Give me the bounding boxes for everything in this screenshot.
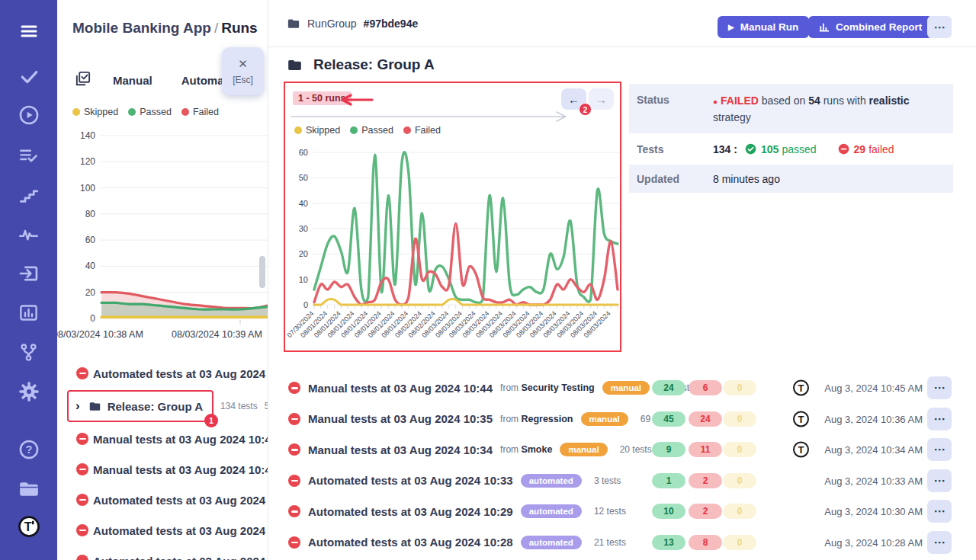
updated-row: Updated 8 minutes ago (629, 165, 953, 193)
header-more-button[interactable]: ⋯ (927, 16, 952, 38)
run-timestamp: Aug 3, 2024 10:45 AM (824, 382, 923, 394)
folder-icon[interactable] (18, 478, 40, 501)
gear-icon[interactable] (18, 380, 40, 403)
run-title[interactable]: Manual tests at 03 Aug 2024 10:35 (308, 412, 493, 425)
svg-text:60: 60 (85, 235, 96, 245)
run-title[interactable]: Automated tests at 03 Aug 2024 10 (93, 555, 268, 560)
app-window: ? T Mobile Banking App/Runs Manual Autom… (0, 0, 976, 560)
left-run-item[interactable]: Automated tests at 03 Aug 2024 10 (57, 485, 268, 515)
status-value: ●FAILED based on 54 runs with realistic … (713, 84, 946, 133)
svg-text:50: 50 (299, 173, 308, 182)
left-run-item[interactable]: Manual tests at 03 Aug 2024 10:42 (57, 454, 268, 485)
row-more-button[interactable]: ⋯ (927, 408, 952, 430)
row-more-button[interactable]: ⋯ (927, 376, 952, 399)
svg-text:08/03/2024 10:38 AM: 08/03/2024 10:38 AM (57, 329, 143, 340)
run-title[interactable]: Automated tests at 03 Aug 2024 10:29 (308, 505, 513, 518)
tests-failed-label: failed (868, 143, 894, 155)
run-from: from Smoke (500, 444, 552, 455)
run-title[interactable]: Automated tests at 03 Aug 2024 10 (93, 524, 268, 537)
steps-icon[interactable] (18, 184, 40, 206)
tests-value: 134 : 105 passed 29 failed (713, 143, 946, 155)
testomat-logo-icon: T (793, 442, 809, 458)
run-timestamp: Aug 3, 2024 10:33 AM (824, 475, 923, 486)
run-group-title[interactable]: Release: Group A (108, 400, 203, 413)
run-title[interactable]: Automated tests at 03 Aug 2024 10 (93, 494, 268, 507)
next-page-button[interactable]: → (589, 88, 614, 110)
failed-dot-icon: ● (713, 98, 718, 106)
run-filter-icon[interactable] (74, 70, 92, 91)
project-name[interactable]: Mobile Banking App (72, 20, 211, 36)
left-run-item[interactable]: Manual tests at 03 Aug 2024 10:43 (57, 424, 268, 454)
play-circle-icon[interactable] (18, 104, 40, 126)
left-run-item[interactable]: Automated tests at 03 Aug 2024 10 (57, 515, 268, 546)
svg-text:140: 140 (80, 130, 95, 141)
close-icon[interactable]: ✕ (238, 57, 248, 71)
run-title[interactable]: Automated tests at 03 Aug 2024 10:33 (308, 474, 513, 487)
run-type-badge: automated (521, 474, 582, 488)
run-row[interactable]: Automated tests at 03 Aug 2024 10:33 aut… (284, 466, 976, 497)
skipped-legend-dot (72, 108, 80, 116)
row-more-button[interactable]: ⋯ (927, 438, 952, 461)
menu-icon[interactable] (18, 20, 40, 43)
run-title[interactable]: Automated tests at 03 Aug 2024 10 (93, 367, 268, 380)
tests-passed-label: passed (782, 143, 816, 155)
run-timestamp: Aug 3, 2024 10:30 AM (824, 506, 923, 517)
row-more-button[interactable]: ⋯ (927, 469, 952, 492)
run-row[interactable]: Automated tests at 03 Aug 2024 10:28 aut… (284, 527, 976, 558)
manual-run-label: Manual Run (740, 21, 799, 33)
skipped-count-pill: 0 (723, 535, 756, 550)
logo-icon[interactable]: T (18, 515, 40, 538)
release-title-text: Release: Group A (313, 56, 435, 73)
failed-status-icon (288, 413, 300, 425)
run-title[interactable]: Manual tests at 03 Aug 2024 10:34 (308, 443, 493, 456)
row-more-button[interactable]: ⋯ (927, 531, 952, 554)
left-panel-scrollbar[interactable] (259, 256, 265, 288)
passed-check-icon (745, 143, 756, 155)
run-title[interactable]: Manual tests at 03 Aug 2024 10:44 (308, 382, 493, 395)
activity-icon[interactable] (18, 222, 40, 245)
chevron-right-icon[interactable]: › (75, 398, 80, 414)
legend-failed-label: Failed (193, 107, 219, 117)
testomat-logo-icon: T (793, 380, 809, 396)
skipped-legend-dot (294, 126, 302, 134)
legend-skipped-label: Skipped (84, 107, 118, 117)
branch-icon[interactable] (18, 341, 40, 363)
run-row[interactable]: Manual tests at 03 Aug 2024 10:34 from S… (284, 434, 976, 466)
escape-overlay-button[interactable]: ✕ [Esc] (222, 47, 264, 95)
run-type-badge: manual (560, 443, 607, 456)
left-run-group-release[interactable]: › Release: Group A 1 134 tests 54 r (57, 389, 268, 424)
run-timestamp: Aug 3, 2024 10:28 AM (824, 536, 923, 548)
skipped-count-pill: 0 (723, 380, 756, 395)
run-title[interactable]: Manual tests at 03 Aug 2024 10:42 (93, 463, 268, 476)
check-icon[interactable] (18, 65, 40, 88)
tab-manual[interactable]: Manual (113, 74, 152, 87)
failed-status-icon (288, 536, 300, 549)
folder-icon (88, 400, 101, 413)
status-text: strategy (713, 111, 751, 123)
failed-status-icon (76, 463, 88, 475)
tests-row: Tests 134 : 105 passed 29 failed (629, 133, 953, 165)
svg-text:T: T (24, 520, 31, 533)
run-title[interactable]: Automated tests at 03 Aug 2024 10:28 (308, 536, 513, 549)
run-row[interactable]: Manual tests at 03 Aug 2024 10:44 from S… (284, 373, 976, 404)
run-row[interactable]: Automated tests at 03 Aug 2024 10:29 aut… (284, 496, 976, 527)
failed-legend-dot (181, 108, 189, 116)
skipped-count-pill: 0 (723, 442, 756, 457)
pagination-progress-arrow (290, 110, 576, 123)
main-header: RunGroup #97bde94e ▶ Manual Run Combined… (268, 0, 976, 47)
sign-in-icon[interactable] (18, 262, 40, 285)
run-title[interactable]: Manual tests at 03 Aug 2024 10:43 (93, 433, 268, 446)
run-row[interactable]: Manual tests at 03 Aug 2024 10:35 from R… (284, 404, 976, 435)
combined-report-button[interactable]: Combined Report (808, 16, 933, 38)
left-run-item[interactable]: Automated tests at 03 Aug 2024 10 (57, 358, 268, 389)
list-check-icon[interactable] (18, 144, 40, 167)
help-icon[interactable]: ? (18, 438, 40, 461)
passed-count-pill: 1 (652, 473, 685, 488)
bar-chart-icon[interactable] (18, 301, 40, 324)
failed-count-pill: 6 (689, 380, 722, 395)
manual-run-button[interactable]: ▶ Manual Run (718, 16, 809, 38)
passed-count-pill: 24 (652, 380, 685, 395)
left-run-item[interactable]: Automated tests at 03 Aug 2024 10 (57, 546, 268, 560)
row-more-button[interactable]: ⋯ (927, 500, 952, 523)
skipped-count-pill: 0 (723, 411, 756, 427)
